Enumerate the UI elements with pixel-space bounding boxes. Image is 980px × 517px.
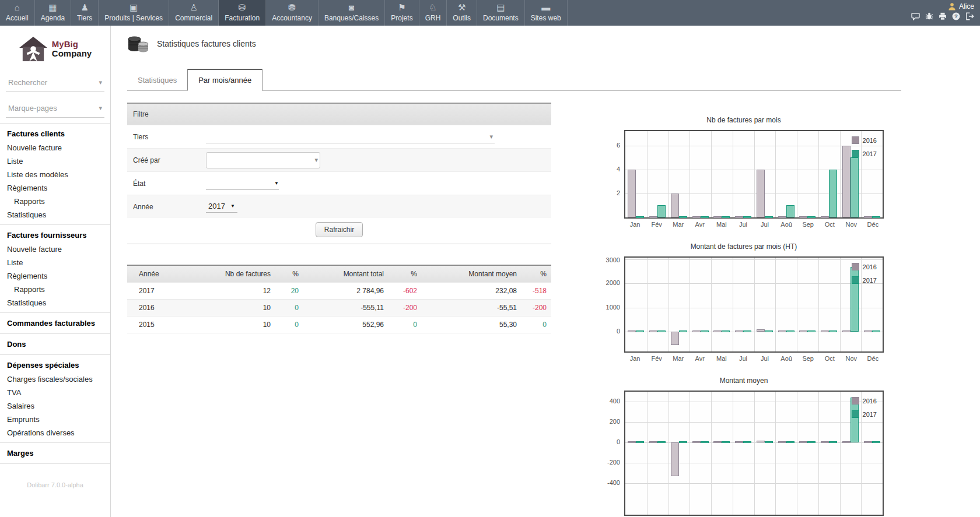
x-tick-label: Sep <box>797 355 819 362</box>
sidebar-item-tva[interactable]: TVA <box>0 386 110 399</box>
cell-value: 12 <box>181 282 275 299</box>
status-select[interactable]: ▼ <box>206 177 279 190</box>
sidebar-section-factures-fournisseurs[interactable]: Factures fournisseurs <box>0 228 110 242</box>
nav-item-documents[interactable]: ▤Documents <box>477 0 525 26</box>
sidebar-item-nouvelle-facture[interactable]: Nouvelle facture <box>0 242 110 256</box>
sidebar-item-emprunts[interactable]: Emprunts <box>0 413 110 426</box>
menu-separator <box>0 224 110 225</box>
tab-bar: Statistiques Par mois/année <box>127 69 901 91</box>
sidebar-item-nouvelle-facture[interactable]: Nouvelle facture <box>0 141 110 154</box>
col-pct-2: % <box>388 265 422 282</box>
nav-item-commercial[interactable]: ♙Commercial <box>169 0 219 26</box>
gridline-v <box>668 392 669 515</box>
cell-value: 20 <box>275 282 303 299</box>
sidebar-item-rapports[interactable]: Rapports <box>0 195 110 208</box>
bar-2016-Déc <box>864 441 872 443</box>
gridline-v <box>840 258 841 351</box>
cell-year: 2016 <box>127 299 181 316</box>
nav-item-grh[interactable]: ♘GRH <box>419 0 447 26</box>
cell-value: 0 <box>275 299 303 316</box>
sidebar-item-salaires[interactable]: Salaires <box>0 399 110 413</box>
sidebar-item-reglements[interactable]: Règlements <box>0 269 110 283</box>
bar-2016-Nov <box>842 441 850 443</box>
bar-2016-Fév <box>649 216 657 218</box>
bar-2016-Aoû <box>778 330 786 332</box>
x-tick-label: Jui <box>754 221 775 228</box>
nav-item-banques-caisses[interactable]: ◙Banques/Caisses <box>318 0 385 26</box>
nav-item-sites-web[interactable]: ▬Sites web <box>525 0 568 26</box>
sidebar-item-statistiques[interactable]: Statistiques <box>0 208 110 221</box>
sidebar-item-reglements[interactable]: Règlements <box>0 181 110 195</box>
x-tick-label: Mai <box>710 355 732 362</box>
bar-2016-Jui <box>757 170 765 217</box>
gridline-v <box>775 131 776 217</box>
tab-par-mois-annee[interactable]: Par mois/année <box>187 69 262 91</box>
main-content: Statistiques factures clients Statistiqu… <box>111 26 980 517</box>
bar-2016-Aoû <box>778 441 786 443</box>
bar-2016-Jan <box>628 441 636 443</box>
search-input[interactable]: Rechercher ▾ <box>6 76 104 92</box>
chat-icon[interactable] <box>911 12 920 20</box>
nav-item-tiers[interactable]: ♟Tiers <box>71 0 99 26</box>
bar-2017-Jui <box>765 216 773 218</box>
cell-value: -200 <box>388 299 422 316</box>
sidebar: MyBig Company Rechercher ▾ Marque-pages … <box>0 26 111 517</box>
nav-item-accountancy[interactable]: ⛃Accountancy <box>266 0 318 26</box>
chart-legend: 20162017 <box>852 397 877 424</box>
sidebar-section-marges[interactable]: Marges <box>0 446 110 460</box>
chart-legend: 20162017 <box>852 136 877 163</box>
help-icon[interactable]: ? <box>952 12 960 20</box>
bar-2016-Mai <box>713 441 722 443</box>
bar-2017-Aoû <box>786 205 794 217</box>
bookmarks-select[interactable]: Marque-pages ▾ <box>6 101 104 118</box>
col-pct-3: % <box>522 265 551 282</box>
gridline-v <box>690 131 690 217</box>
sidebar-section-commandes-facturables[interactable]: Commandes facturables <box>0 316 110 330</box>
bar-2017-Jui <box>743 330 751 332</box>
legend-swatch-2017 <box>852 410 859 418</box>
user-name: Alice <box>959 2 974 10</box>
nav-item-facturation[interactable]: ⛁Facturation <box>219 0 266 26</box>
gridline-v <box>711 131 712 217</box>
sidebar-item-liste[interactable]: Liste <box>0 154 110 168</box>
nav-item-projets[interactable]: ⚑Projets <box>385 0 419 26</box>
sidebar-section-depenses-speciales[interactable]: Dépenses spéciales <box>0 358 110 372</box>
gridline-v <box>818 392 819 515</box>
cell-value: 2 784,96 <box>303 282 388 299</box>
sidebar-item-liste-des-modeles[interactable]: Liste des modèles <box>0 168 110 181</box>
created-by-select[interactable]: ▾ <box>206 152 320 168</box>
refresh-button[interactable]: Rafraichir <box>316 222 363 237</box>
sidebar-item-rapports[interactable]: Rapports <box>0 283 110 296</box>
nav-item-produits-services[interactable]: ▣Produits | Services <box>99 0 169 26</box>
nav-item-outils[interactable]: ⚒Outils <box>447 0 477 26</box>
sidebar-item-liste[interactable]: Liste <box>0 256 110 269</box>
tiers-select[interactable]: ▾ <box>206 131 495 143</box>
caret-down-icon: ▼ <box>274 181 279 186</box>
nav-item-agenda[interactable]: ▦Agenda <box>35 0 71 26</box>
print-icon[interactable] <box>939 12 947 20</box>
cell-year: 2015 <box>127 316 181 333</box>
gridline-v <box>775 392 776 515</box>
sidebar-item-statistiques[interactable]: Statistiques <box>0 296 110 310</box>
sidebar-section-factures-clients[interactable]: Factures clients <box>0 126 110 141</box>
bug-icon[interactable] <box>925 12 933 20</box>
sidebar-item-operations-diverses[interactable]: Opérations diverses <box>0 426 110 439</box>
col-annee: Année <box>127 265 181 282</box>
tab-statistiques[interactable]: Statistiques <box>127 70 187 90</box>
nav-item-accueil[interactable]: ⌂Accueil <box>0 0 35 26</box>
year-select[interactable]: 2017 ▼ <box>206 201 237 213</box>
bar-2016-Nov <box>842 330 850 332</box>
legend-entry-2017: 2017 <box>852 410 877 418</box>
nav-item-label: Tiers <box>77 14 92 22</box>
billing-icon: ⛁ <box>239 3 246 12</box>
bar-2016-Fév <box>649 330 657 332</box>
x-tick-label: Aoû <box>776 355 797 362</box>
sidebar-section-dons[interactable]: Dons <box>0 337 110 351</box>
cell-value: -200 <box>522 299 551 316</box>
filter-row-created-by: Créé par ▾ <box>127 148 551 171</box>
gridline-v <box>840 392 841 515</box>
logout-icon[interactable] <box>965 12 974 20</box>
sidebar-item-charges-fiscales-sociales[interactable]: Charges fiscales/sociales <box>0 372 110 386</box>
user-menu[interactable]: Alice <box>911 2 974 10</box>
gridline-v <box>733 258 733 351</box>
